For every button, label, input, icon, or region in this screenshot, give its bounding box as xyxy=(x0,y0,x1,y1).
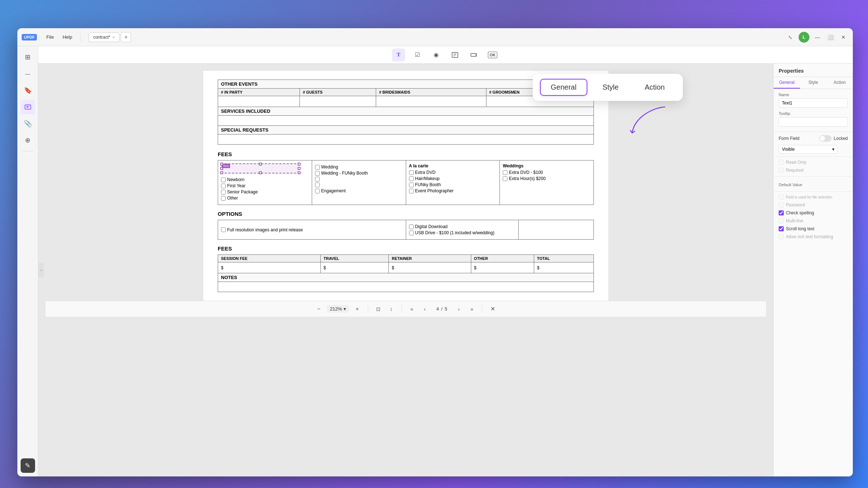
tab-style[interactable]: Style xyxy=(800,77,826,89)
options-title-label: OPTIONS xyxy=(218,211,594,217)
tab-general[interactable]: General xyxy=(774,77,800,89)
checkbox-hair-makeup[interactable] xyxy=(409,176,414,181)
cell-other[interactable]: $ xyxy=(471,262,534,273)
thumbnail-icon[interactable]: ⊞ xyxy=(21,50,35,64)
scroll-long-checkbox[interactable] xyxy=(779,226,784,231)
close-btn[interactable]: ✕ xyxy=(838,32,848,42)
checkbox-digital[interactable] xyxy=(409,224,414,229)
checkbox-first-year[interactable] xyxy=(221,184,226,188)
tab-action[interactable]: Action xyxy=(826,77,853,89)
session-newborn: Newborn xyxy=(221,177,309,182)
status-close-btn[interactable]: ✕ xyxy=(488,304,498,314)
page-prev-btn[interactable]: ‹ xyxy=(420,304,430,314)
minimize-btn[interactable]: — xyxy=(812,32,822,42)
required-label: Required xyxy=(786,168,804,173)
checkbox-btn[interactable]: ☑ xyxy=(411,48,424,61)
checkbox-usb[interactable] xyxy=(409,231,414,235)
handle-mr[interactable] xyxy=(298,167,301,170)
col1-cell: Text xyxy=(218,160,312,205)
rich-text-checkbox[interactable] xyxy=(779,234,784,239)
zoom-in-btn[interactable]: + xyxy=(352,304,363,314)
checkbox-wedding[interactable] xyxy=(315,165,320,170)
edit-pen-icon[interactable]: ✎ xyxy=(21,458,35,473)
checkbox-newborn[interactable] xyxy=(221,177,226,182)
checkbox-engagement[interactable] xyxy=(315,189,320,193)
special-requests-cell[interactable] xyxy=(218,134,594,145)
button-btn[interactable]: OK xyxy=(486,48,499,61)
read-only-checkbox[interactable] xyxy=(779,160,784,165)
checkbox-empty1[interactable] xyxy=(315,177,320,181)
checkbox-extra-hour[interactable] xyxy=(503,176,507,181)
file-selection-checkbox[interactable] xyxy=(779,194,784,200)
visible-select[interactable]: Visible ▾ xyxy=(779,145,838,154)
text-field-btn[interactable]: T xyxy=(392,48,405,61)
cell-session-fee[interactable]: $ xyxy=(218,262,321,273)
handle-bm[interactable] xyxy=(259,171,262,174)
radio-btn[interactable]: ◉ xyxy=(430,48,443,61)
checkbox-funky-booth[interactable] xyxy=(315,171,320,176)
user-avatar[interactable]: L xyxy=(799,32,809,43)
floating-action-btn[interactable]: Action xyxy=(634,79,676,96)
cell-travel[interactable]: $ xyxy=(320,262,389,273)
bookmark-icon[interactable]: 🔖 xyxy=(21,83,35,98)
name-input[interactable] xyxy=(779,98,848,108)
required-checkbox[interactable] xyxy=(779,168,784,173)
cell-retainer[interactable]: $ xyxy=(389,262,471,273)
checkbox-senior[interactable] xyxy=(221,190,226,194)
col2-cell: Wedding Wedding - FUNky Booth xyxy=(312,160,406,205)
tab-contract[interactable]: contract* × xyxy=(89,33,120,42)
combo-btn[interactable] xyxy=(467,48,480,61)
checkbox-extra-dvd-100[interactable] xyxy=(503,170,507,175)
cell-guests[interactable] xyxy=(300,96,376,107)
services-cell[interactable] xyxy=(218,116,594,126)
form-field-toggle[interactable] xyxy=(819,135,831,142)
checkbox-empty2[interactable] xyxy=(315,183,320,187)
form-fields-icon[interactable] xyxy=(21,100,35,114)
tab-close-btn[interactable]: × xyxy=(112,35,115,39)
handle-tm[interactable] xyxy=(259,163,262,166)
cell-in-party[interactable] xyxy=(218,96,300,107)
menu-file[interactable]: File xyxy=(43,33,58,41)
layer-icon[interactable]: ⊕ xyxy=(21,133,35,147)
attachment-icon[interactable]: 📎 xyxy=(21,116,35,131)
checkbox-full-res[interactable] xyxy=(221,227,226,232)
tooltip-section: Tooltip xyxy=(774,111,853,130)
cell-bridesmaids[interactable] xyxy=(376,96,486,107)
text-field-selected[interactable]: Text xyxy=(221,163,300,174)
fit-page-btn[interactable]: ⊡ xyxy=(373,304,383,314)
maximize-btn[interactable]: ⬜ xyxy=(825,32,835,42)
floating-style-btn[interactable]: Style xyxy=(592,79,629,96)
sidebar-minus-icon[interactable]: — xyxy=(21,67,35,81)
checkbox-funky-booth2[interactable] xyxy=(409,183,414,187)
expand-icon[interactable]: ⤡ xyxy=(785,32,796,43)
session-event-photographer: Event Photographer xyxy=(409,188,497,193)
multi-line-checkbox[interactable] xyxy=(779,218,784,223)
notes-cell[interactable] xyxy=(218,282,594,292)
page-first-btn[interactable]: « xyxy=(407,304,417,314)
menu-help[interactable]: Help xyxy=(59,33,76,41)
handle-bl[interactable] xyxy=(220,171,223,174)
page-next-btn[interactable]: › xyxy=(454,304,464,314)
password-checkbox[interactable] xyxy=(779,202,784,207)
checkbox-extra-dvd[interactable] xyxy=(409,170,414,175)
col-other: OTHER xyxy=(471,255,534,262)
check-spelling-checkbox[interactable] xyxy=(779,210,784,215)
handle-ml[interactable] xyxy=(220,167,223,170)
cell-total[interactable]: $ xyxy=(534,262,593,273)
handle-br[interactable] xyxy=(298,171,301,174)
handle-tl[interactable] xyxy=(220,163,223,166)
list-btn[interactable] xyxy=(448,48,461,61)
zoom-value-display[interactable]: 212% ▾ xyxy=(327,305,349,313)
zoom-out-btn[interactable]: − xyxy=(313,304,324,314)
collapse-handle[interactable]: › xyxy=(38,263,44,277)
tooltip-input[interactable] xyxy=(779,117,848,127)
col-guests: # GUESTS xyxy=(300,89,376,96)
fit-height-btn[interactable]: ↕ xyxy=(386,304,396,314)
checkbox-event-photographer[interactable] xyxy=(409,189,414,193)
handle-tr[interactable] xyxy=(298,163,301,166)
new-tab-btn[interactable]: + xyxy=(121,32,131,42)
checkbox-other[interactable] xyxy=(221,196,226,201)
floating-general-btn[interactable]: General xyxy=(540,79,587,96)
page-last-btn[interactable]: » xyxy=(467,304,477,314)
toolbar: T ☑ ◉ xyxy=(38,46,853,64)
